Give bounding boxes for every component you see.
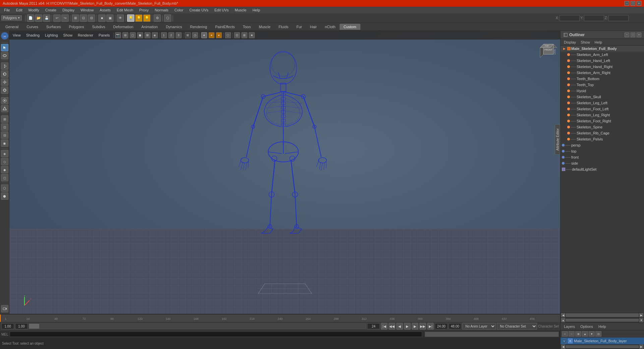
tab-curves[interactable]: Curves: [22, 24, 42, 30]
view-cube[interactable]: FRONT TOP RIGHT: [537, 43, 557, 61]
outliner-row-skull[interactable]: Skeleton_Skull: [561, 94, 644, 100]
end-range-input[interactable]: [367, 323, 380, 329]
vp-menu-panels[interactable]: Panels: [97, 33, 112, 38]
tool-extra-5[interactable]: ◈: [1, 150, 8, 157]
minimize-button[interactable]: −: [625, 1, 629, 6]
menu-proxy[interactable]: Proxy: [136, 7, 151, 13]
select-by-hierarchy-btn[interactable]: ⊞: [72, 14, 79, 22]
layer-down-btn[interactable]: ▼: [589, 331, 595, 337]
vp-select-cam-btn[interactable]: 📷: [115, 32, 121, 38]
light-3-btn[interactable]: 💡: [143, 14, 151, 22]
character-set-select[interactable]: No Character Set: [497, 323, 537, 330]
tab-animation[interactable]: Animation: [137, 24, 162, 30]
soft-mod-btn[interactable]: [1, 97, 8, 104]
tool-extra-8[interactable]: ◻: [1, 174, 8, 181]
camera-tool-btn[interactable]: [1, 305, 8, 312]
tab-rendering[interactable]: Rendering: [186, 24, 211, 30]
layers-h-scroll[interactable]: [566, 345, 639, 348]
select-tool-btn[interactable]: [1, 44, 8, 51]
end-range-time[interactable]: [449, 323, 461, 329]
tab-custom[interactable]: Custom: [340, 24, 360, 30]
vp-hud-btn[interactable]: ⊡: [234, 32, 240, 38]
outliner-menu-show[interactable]: Show: [579, 40, 592, 45]
outliner-row-hand-right[interactable]: Skeleton_Hand_Right: [561, 64, 644, 70]
redo-btn[interactable]: ↪: [61, 14, 69, 22]
menu-create-uvs[interactable]: Create UVs: [187, 7, 211, 13]
tab-deformation[interactable]: Deformation: [109, 24, 137, 30]
vp-light-btn[interactable]: ◈: [152, 32, 158, 38]
show-hide-btn[interactable]: 👁: [117, 14, 124, 22]
tab-painteffects[interactable]: PaintEffects: [211, 24, 239, 30]
outliner-menu-help[interactable]: Help: [593, 40, 604, 45]
vp-light-1[interactable]: ●: [201, 32, 207, 38]
timeline-ruler[interactable]: 1 24 48 72 96 120 144 168 192 216 240 26…: [0, 314, 560, 322]
outliner-row-spine[interactable]: Skeleton_Spine: [561, 124, 644, 130]
layer-row-skeleton[interactable]: V R Male_Skeleton_Full_Body_layer: [561, 338, 644, 344]
delete-layer-btn[interactable]: −: [569, 331, 575, 337]
tab-subdivs[interactable]: Subdivs: [88, 24, 109, 30]
outliner-row-top[interactable]: top: [561, 148, 644, 154]
vp-render-region[interactable]: ⬡: [225, 32, 231, 38]
range-slider-thumb[interactable]: [29, 324, 39, 329]
play-btn[interactable]: ▶: [404, 323, 411, 330]
z-coord-input[interactable]: [608, 15, 629, 21]
layers-scroll-right[interactable]: ▶: [639, 345, 643, 349]
undo-btn[interactable]: ↩: [53, 14, 61, 22]
scroll-down-btn[interactable]: ▼: [639, 318, 643, 322]
vp-menu-lighting[interactable]: Lighting: [43, 33, 60, 38]
menu-color[interactable]: Color: [172, 7, 186, 13]
tab-surfaces[interactable]: Surfaces: [42, 24, 65, 30]
anim-layer-select[interactable]: No Anim Layer: [462, 323, 496, 330]
tab-fur[interactable]: Fur: [292, 24, 306, 30]
outliner-row-lightset[interactable]: defaultLightSet: [561, 166, 644, 172]
viewport[interactable]: View Shading Lighting Show Renderer Pane…: [9, 31, 560, 314]
layers-tab-help[interactable]: Help: [597, 324, 607, 329]
scroll-left-btn[interactable]: ◀: [561, 313, 565, 317]
outliner-row-arm-left[interactable]: Skeleton_Arm_Left: [561, 52, 644, 58]
vp-display-2[interactable]: 2: [168, 32, 174, 38]
vp-wireframe-btn[interactable]: ◻: [130, 32, 136, 38]
vp-menu-renderer[interactable]: Renderer: [76, 33, 95, 38]
new-layer-btn[interactable]: +: [562, 331, 568, 337]
prev-key-btn[interactable]: ◀◀: [389, 323, 395, 330]
outliner-v-scrollbar[interactable]: [566, 319, 639, 322]
vp-clipping-btn[interactable]: ◷: [192, 32, 198, 38]
menu-display[interactable]: Display: [60, 7, 77, 13]
move-tool-btn[interactable]: [1, 62, 8, 70]
tool-extra-3[interactable]: ⊟: [1, 131, 8, 139]
next-key-btn[interactable]: ▶▶: [419, 323, 426, 330]
close-button[interactable]: ×: [637, 1, 641, 6]
menu-normals[interactable]: Normals: [152, 7, 171, 13]
vp-menu-show[interactable]: Show: [61, 33, 75, 38]
vp-grid-btn[interactable]: ⊞: [185, 32, 191, 38]
tab-general[interactable]: General: [1, 24, 22, 30]
layer-settings-btn[interactable]: ⊞: [575, 331, 581, 337]
tool-extra-4[interactable]: ◉: [1, 139, 8, 147]
scroll-right-btn[interactable]: ▶: [639, 313, 643, 317]
menu-edit-mesh[interactable]: Edit Mesh: [114, 7, 136, 13]
layer-up-btn[interactable]: ▲: [582, 331, 588, 337]
save-file-btn[interactable]: 💾: [43, 14, 50, 22]
outliner-row-hand-left[interactable]: Skeleton_Hand_Left: [561, 58, 644, 64]
tab-polygons[interactable]: Polygons: [65, 24, 88, 30]
vp-light-3[interactable]: ●: [216, 32, 222, 38]
rotate-tool-btn[interactable]: [1, 70, 8, 78]
tool-extra-6[interactable]: ◇: [1, 158, 8, 165]
menu-edit[interactable]: Edit: [13, 7, 25, 13]
vp-light-2[interactable]: ●: [209, 32, 215, 38]
vp-smooth-btn[interactable]: ◼: [137, 32, 143, 38]
layer-preset-btn[interactable]: ⊡: [595, 331, 601, 337]
outliner-row-leg-right[interactable]: Skeleton_Leg_Right: [561, 112, 644, 118]
layers-tab-layers[interactable]: Layers: [563, 324, 576, 329]
outliner-row-teeth-bottom[interactable]: Teeth_Bottom: [561, 76, 644, 82]
outliner-row-persp[interactable]: persp: [561, 142, 644, 148]
goto-end-btn[interactable]: ▶|: [427, 323, 434, 330]
menu-help[interactable]: Help: [250, 7, 263, 13]
polygon-selector-arrow[interactable]: ▼: [17, 16, 20, 19]
vp-menu-view[interactable]: View: [11, 33, 23, 38]
move-normal-btn[interactable]: ⬡: [164, 14, 171, 22]
new-file-btn[interactable]: 📄: [27, 14, 34, 22]
tool-extra-2[interactable]: ⊡: [1, 123, 8, 131]
start-frame-input[interactable]: [1, 323, 14, 329]
outliner-row-teeth-top[interactable]: Teeth_Top: [561, 82, 644, 88]
